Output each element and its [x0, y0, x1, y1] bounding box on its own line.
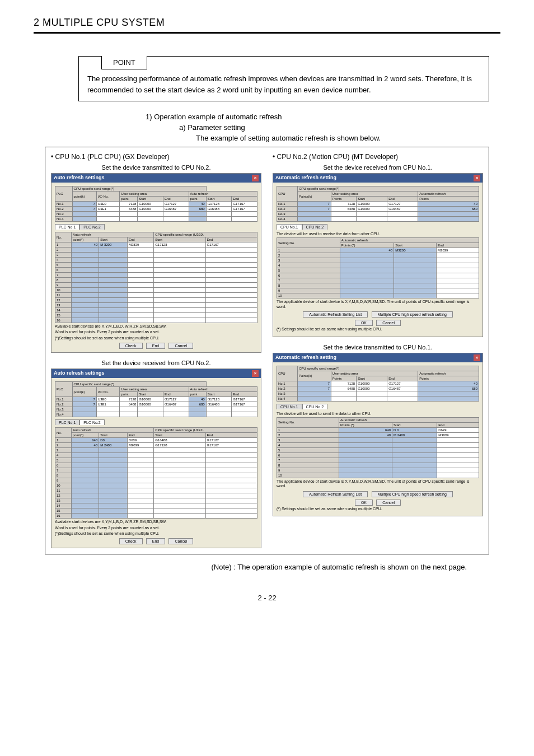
- top-table: PLCCPU specific send range(*) point(k)I/…: [55, 186, 257, 222]
- footnote: (Note) : The operation example of automa…: [34, 563, 467, 571]
- dialog-header[interactable]: Automatic refresh setting ×: [273, 353, 483, 362]
- close-icon[interactable]: ×: [474, 175, 480, 181]
- mt-dialog-tx: Automatic refresh setting × CPUCPU speci…: [273, 353, 483, 517]
- ok-button[interactable]: OK: [355, 500, 373, 506]
- multi-hs-button[interactable]: Multiple CPU high speed refresh setting: [372, 491, 453, 497]
- auto-list-button[interactable]: Automatic Refresh Setting List: [303, 311, 368, 318]
- close-icon[interactable]: ×: [252, 175, 259, 181]
- right-title: • CPU No.2 (Motion CPU) (MT Developer): [273, 153, 483, 161]
- gx-dialog-rx: Auto refresh settings × PLCCPU specific …: [51, 368, 261, 548]
- ok-button[interactable]: OK: [355, 320, 373, 326]
- dialog-title: Automatic refresh setting: [275, 175, 336, 181]
- list-sub: The example of setting automatic refresh…: [196, 134, 500, 142]
- page-number: 2 - 22: [34, 594, 500, 602]
- tab-plc2[interactable]: PLC No.2: [79, 419, 104, 425]
- auto-list-button[interactable]: Automatic Refresh Setting List: [303, 491, 368, 497]
- cancel-button[interactable]: Cancel: [376, 320, 401, 326]
- chapter-title: 2 MULTIPLE CPU SYSTEM: [34, 17, 500, 29]
- dialog-title: Auto refresh settings: [54, 370, 105, 377]
- tab-cpu2[interactable]: CPU No.2: [302, 224, 328, 230]
- list-item-1: 1) Operation example of automatic refres…: [146, 113, 500, 121]
- cancel-button[interactable]: Cancel: [376, 500, 401, 506]
- left-panel: • CPU No.1 (PLC CPU) (GX Developer) Set …: [51, 153, 261, 548]
- end-button[interactable]: End: [146, 343, 165, 349]
- send-note: The device will be used to send the data…: [277, 412, 479, 416]
- avail-note: Available start devices are X,Y,M,L,B,D,…: [55, 324, 257, 329]
- end-button[interactable]: End: [146, 538, 165, 544]
- tab-plc1[interactable]: PLC No.1: [55, 224, 79, 230]
- close-icon[interactable]: ×: [252, 370, 259, 377]
- tab-plc2[interactable]: PLC No.2: [79, 224, 104, 230]
- receive-note: The device will be used to receive the d…: [277, 232, 479, 236]
- close-icon[interactable]: ×: [474, 354, 480, 361]
- tx-no1-label: Set the device transmitted to CPU No.1.: [273, 344, 483, 351]
- point-label: POINT: [101, 56, 147, 69]
- tab-cpu1[interactable]: CPU No.1: [277, 404, 302, 409]
- dialog-title: Auto refresh settings: [54, 175, 105, 181]
- applicable-note: The applicable device of start device is…: [277, 300, 479, 309]
- rx-no2-label: Set the device received from CPU No.2.: [51, 360, 261, 366]
- check-button[interactable]: Check: [119, 343, 143, 349]
- tab-cpu1[interactable]: CPU No.1: [277, 224, 302, 230]
- point-box: POINT The processing performance of auto…: [78, 56, 489, 101]
- rx-no1-label: Set the device received from CPU No.1.: [273, 164, 483, 171]
- diagram-box: • CPU No.1 (PLC CPU) (GX Developer) Set …: [45, 147, 489, 554]
- list-section: 1) Operation example of automatic refres…: [146, 113, 500, 142]
- chapter-divider: [34, 32, 500, 34]
- left-title: • CPU No.1 (PLC CPU) (GX Developer): [51, 153, 261, 161]
- word-note: Word is used for points. Every 2 points …: [55, 330, 257, 334]
- dialog-header[interactable]: Auto refresh settings ×: [51, 369, 261, 378]
- dialog-header[interactable]: Automatic refresh setting ×: [273, 174, 483, 183]
- star-note: (*)Settings should be set as same when u…: [55, 336, 257, 340]
- list-item-a: a) Parameter setting: [179, 123, 500, 132]
- mt-dialog-rx: Automatic refresh setting × CPUCPU speci…: [273, 173, 483, 337]
- tx-no2-label: Set the device transmitted to CPU No.2.: [51, 164, 261, 171]
- dialog-title: Automatic refresh setting: [275, 354, 336, 361]
- tab-plc1[interactable]: PLC No.1: [55, 419, 79, 425]
- star-note: (*) Settings should be set as same when …: [277, 327, 479, 332]
- auto-refresh-table: No.Auto refreshCPU specific send range (…: [55, 232, 257, 323]
- cancel-button[interactable]: Cancel: [168, 343, 193, 349]
- gx-dialog-tx: Auto refresh settings × PLCCPU specific …: [51, 173, 261, 353]
- cancel-button[interactable]: Cancel: [168, 538, 193, 544]
- multi-hs-button[interactable]: Multiple CPU high speed refresh setting: [372, 311, 453, 318]
- dialog-header[interactable]: Auto refresh settings ×: [51, 174, 261, 183]
- tab-cpu2[interactable]: CPU No.2: [302, 404, 328, 409]
- right-panel: • CPU No.2 (Motion CPU) (MT Developer) S…: [273, 153, 483, 548]
- check-button[interactable]: Check: [119, 538, 143, 544]
